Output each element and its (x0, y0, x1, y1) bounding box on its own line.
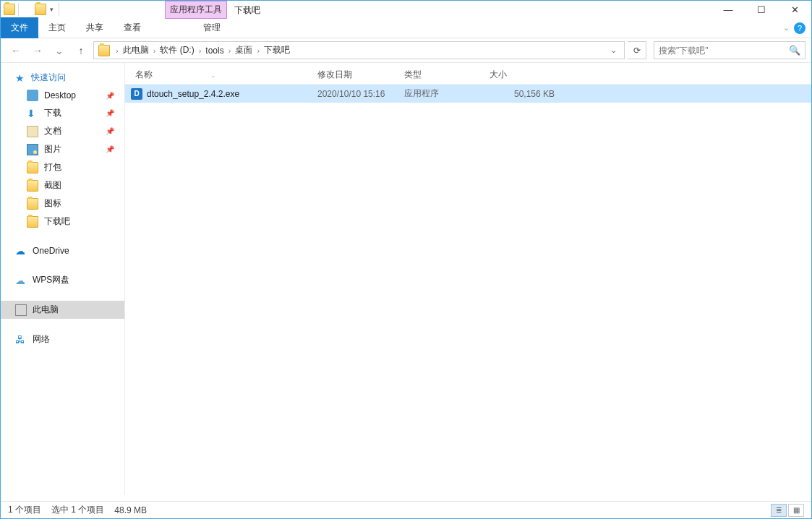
sidebar-item-folder[interactable]: 打包 (1, 158, 124, 176)
search-icon[interactable]: 🔍 (789, 45, 800, 56)
breadcrumb[interactable]: 软件 (D:) (158, 44, 195, 56)
contextual-tab-app-tools[interactable]: 应用程序工具 (165, 1, 227, 19)
folder-icon (27, 180, 38, 192)
thumbnails-view-button[interactable]: ▦ (788, 504, 804, 517)
breadcrumb[interactable]: 此电脑 (121, 44, 150, 56)
cloud-icon: ☁ (15, 275, 27, 286)
cell-name: D dtouch_setup_2.4.2.exe (131, 88, 317, 100)
file-row[interactable]: D dtouch_setup_2.4.2.exe 2020/10/10 15:1… (125, 85, 811, 103)
qat-folder-icon[interactable] (35, 4, 46, 15)
network-icon: 🖧 (15, 334, 27, 346)
quick-access-toolbar: ▾ (1, 3, 64, 16)
sidebar-item-label: 网络 (33, 333, 50, 346)
nav-up-button[interactable]: ↑ (72, 41, 90, 60)
folder-icon (27, 198, 38, 210)
refresh-button[interactable]: ⟳ (628, 41, 646, 59)
pin-icon: 📌 (106, 109, 114, 117)
ribbon-collapse-icon[interactable]: ⌄ (783, 23, 790, 33)
ribbon-tabs: 文件 主页 共享 查看 管理 ⌄ ? (1, 18, 811, 38)
address-bar-row: ← → ⌄ ↑ › 此电脑 › 软件 (D:) › tools › 桌面 › 下… (1, 38, 811, 63)
separator (59, 3, 59, 16)
sidebar-item-label: 快速访问 (31, 72, 66, 84)
pin-icon: 📌 (106, 127, 114, 135)
maximize-button[interactable]: ☐ (745, 1, 778, 18)
sidebar-item-label: 下载吧 (44, 215, 70, 228)
tab-share[interactable]: 共享 (76, 17, 114, 38)
qat-placeholder-icon[interactable] (22, 4, 33, 15)
column-header-modified[interactable]: 修改日期 (317, 69, 404, 81)
sidebar-item-onedrive[interactable]: ☁ OneDrive (1, 242, 124, 260)
sidebar-item-desktop[interactable]: Desktop 📌 (1, 87, 124, 104)
chevron-right-icon[interactable]: › (150, 46, 159, 55)
sidebar-quick-access[interactable]: ★ 快速访问 (1, 69, 124, 87)
search-input[interactable] (659, 46, 789, 56)
window-controls: — ☐ ✕ (711, 1, 811, 18)
breadcrumb[interactable]: tools (204, 46, 225, 56)
exe-icon: D (131, 88, 142, 100)
sidebar-item-network[interactable]: 🖧 网络 (1, 330, 124, 348)
breadcrumb[interactable]: 下载吧 (262, 44, 291, 56)
pin-icon: 📌 (106, 92, 114, 100)
sidebar-item-this-pc[interactable]: 此电脑 (1, 301, 124, 319)
tab-view[interactable]: 查看 (114, 17, 151, 38)
sidebar-item-label: 截图 (44, 179, 61, 192)
column-headers: 名称 ⌄ 修改日期 类型 大小 (125, 63, 811, 85)
sidebar-item-pictures[interactable]: 图片 📌 (1, 140, 124, 158)
address-dropdown-icon[interactable]: ⌄ (606, 46, 621, 55)
separator (18, 3, 19, 16)
sidebar-item-downloads[interactable]: ⬇ 下载 📌 (1, 104, 124, 122)
nav-forward-button[interactable]: → (28, 41, 47, 60)
content-area: ★ 快速访问 Desktop 📌 ⬇ 下载 📌 文档 📌 图片 📌 打包 (1, 63, 811, 495)
pictures-icon (27, 144, 38, 155)
file-list: 名称 ⌄ 修改日期 类型 大小 D dtouch_setup_2.4.2.exe… (125, 63, 811, 495)
sidebar-item-label: 图片 (44, 143, 61, 155)
status-selected-size: 48.9 MB (114, 505, 147, 515)
breadcrumb[interactable]: 桌面 (234, 44, 254, 56)
folder-icon (27, 162, 38, 173)
close-button[interactable]: ✕ (778, 1, 811, 18)
sidebar-item-wps[interactable]: ☁ WPS网盘 (1, 271, 124, 289)
details-view-button[interactable]: ≣ (771, 504, 787, 517)
folder-icon (27, 216, 38, 228)
ribbon-right: ⌄ ? (783, 22, 811, 34)
chevron-right-icon[interactable]: › (254, 46, 262, 55)
pin-icon: 📌 (106, 145, 114, 153)
chevron-right-icon[interactable]: › (196, 46, 205, 55)
cell-modified: 2020/10/10 15:16 (317, 89, 404, 99)
sidebar-item-label: 下载 (44, 107, 61, 119)
chevron-right-icon[interactable]: › (113, 46, 121, 55)
sidebar-item-folder[interactable]: 截图 (1, 176, 124, 194)
file-name-label: dtouch_setup_2.4.2.exe (147, 89, 239, 99)
cell-size: 50,156 KB (490, 89, 576, 99)
address-folder-icon (98, 45, 110, 56)
chevron-right-icon[interactable]: › (226, 46, 234, 55)
sidebar-item-folder[interactable]: 下载吧 (1, 213, 124, 231)
help-icon[interactable]: ? (794, 22, 805, 34)
tab-file[interactable]: 文件 (1, 17, 38, 38)
star-icon: ★ (15, 72, 27, 84)
cell-type: 应用程序 (404, 87, 490, 100)
sidebar-item-folder[interactable]: 图标 (1, 194, 124, 213)
column-header-name[interactable]: 名称 ⌄ (131, 69, 317, 81)
tab-home[interactable]: 主页 (38, 17, 76, 38)
monitor-icon (15, 304, 27, 316)
column-header-size[interactable]: 大小 (490, 69, 576, 81)
sidebar-item-label: Desktop (44, 90, 76, 100)
sort-indicator-icon: ⌄ (210, 72, 216, 79)
search-box[interactable]: 🔍 (654, 41, 805, 59)
sidebar-item-documents[interactable]: 文档 📌 (1, 122, 124, 140)
sidebar-item-label: OneDrive (33, 246, 69, 256)
column-label: 名称 (135, 69, 153, 81)
sidebar-item-label: 打包 (44, 161, 61, 173)
address-bar[interactable]: › 此电脑 › 软件 (D:) › tools › 桌面 › 下载吧 ⌄ (93, 41, 625, 59)
desktop-icon (27, 90, 38, 101)
minimize-button[interactable]: — (711, 1, 745, 18)
column-header-type[interactable]: 类型 (404, 69, 490, 81)
status-selected-count: 选中 1 个项目 (51, 504, 104, 516)
title-bar: ▾ 应用程序工具 下载吧 — ☐ ✕ (1, 1, 811, 18)
nav-back-button[interactable]: ← (7, 41, 25, 60)
qat-overflow-icon[interactable]: ▾ (48, 6, 56, 13)
tab-manage[interactable]: 管理 (193, 17, 231, 38)
status-item-count: 1 个项目 (8, 504, 41, 516)
nav-history-icon[interactable]: ⌄ (50, 41, 69, 60)
